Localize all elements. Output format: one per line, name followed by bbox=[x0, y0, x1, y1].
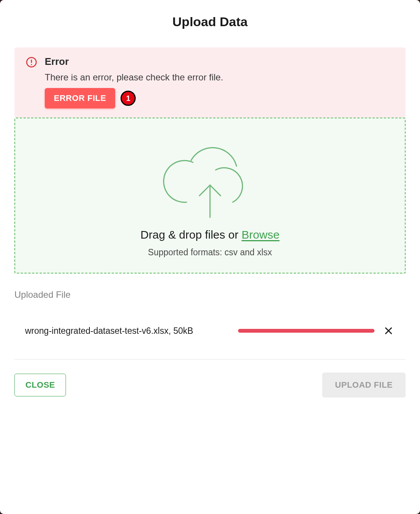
upload-progress-bar bbox=[238, 329, 375, 333]
remove-file-button[interactable] bbox=[382, 324, 395, 337]
supported-formats: Supported formats: csv and xlsx bbox=[148, 247, 272, 258]
modal-title: Upload Data bbox=[14, 14, 406, 29]
close-icon bbox=[384, 326, 393, 336]
error-banner: Error There is an error, please check th… bbox=[14, 47, 406, 118]
cloud-upload-icon bbox=[157, 136, 263, 223]
error-message: There is an error, please check the erro… bbox=[45, 72, 396, 83]
error-content: Error There is an error, please check th… bbox=[45, 56, 396, 108]
close-button[interactable]: CLOSE bbox=[14, 374, 66, 396]
error-title: Error bbox=[45, 56, 396, 68]
dropzone-prompt: Drag & drop files or Browse bbox=[141, 228, 280, 241]
upload-data-modal: Upload Data Error There is an error, ple… bbox=[0, 0, 420, 514]
modal-footer: CLOSE UPLOAD FILE bbox=[14, 360, 406, 410]
error-icon bbox=[26, 56, 37, 69]
file-dropzone[interactable]: Drag & drop files or Browse Supported fo… bbox=[14, 118, 406, 274]
uploaded-file-row: wrong-integrated-dataset-test-v6.xlsx, 5… bbox=[14, 315, 406, 346]
dropzone-prompt-text: Drag & drop files or bbox=[141, 228, 242, 241]
upload-file-button[interactable]: UPLOAD FILE bbox=[322, 373, 406, 398]
error-file-button[interactable]: ERROR FILE bbox=[45, 88, 115, 108]
browse-link[interactable]: Browse bbox=[241, 228, 279, 241]
uploaded-file-name: wrong-integrated-dataset-test-v6.xlsx, 5… bbox=[25, 326, 193, 336]
error-count-badge: 1 bbox=[121, 91, 136, 106]
upload-progress-wrap bbox=[201, 329, 375, 333]
svg-point-2 bbox=[31, 64, 32, 65]
uploaded-file-label: Uploaded File bbox=[14, 289, 406, 300]
